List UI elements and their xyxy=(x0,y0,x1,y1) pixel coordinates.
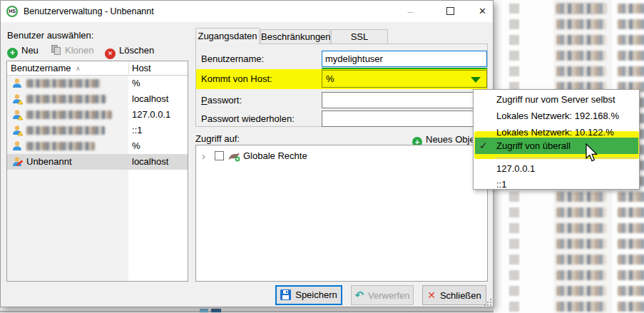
user-warning-icon xyxy=(11,109,23,120)
dolphin-icon xyxy=(228,150,240,162)
access-label: Zugriff auf: xyxy=(195,133,240,144)
user-list: Benutzername ∧ Host % localhost 127.0.0.… xyxy=(6,61,188,282)
background-row xyxy=(494,222,644,235)
close-window-button[interactable]: ✕ xyxy=(466,1,499,22)
menu-item-server-only[interactable]: Zugriff nur vom Server selbst xyxy=(474,91,639,108)
background-chip xyxy=(211,309,221,312)
close-button[interactable]: ✕Schließen xyxy=(422,285,486,305)
background-row xyxy=(494,191,644,204)
background-row xyxy=(494,285,644,298)
column-divider[interactable] xyxy=(128,63,129,74)
select-user-label: Benutzer auswählen: xyxy=(7,30,93,41)
menu-item-everywhere[interactable]: Zugriff von überall xyxy=(474,138,639,154)
delete-user-button[interactable]: ✕Löschen xyxy=(105,43,154,58)
privileges-tree: › Globale Rechte xyxy=(195,145,488,282)
tab-zugangsdaten[interactable]: Zugangsdaten xyxy=(195,28,260,44)
user-host: 127.0.0.1 xyxy=(132,107,170,123)
clone-icon xyxy=(51,45,61,56)
user-host: % xyxy=(132,76,140,91)
user-host: localhost xyxy=(132,91,168,107)
password-repeat-label: Passwort wiederholen: xyxy=(201,113,295,124)
user-host: % xyxy=(132,138,140,154)
blurred-username xyxy=(26,95,106,103)
sort-ascending-icon: ∧ xyxy=(76,61,81,76)
menu-item-ipv6[interactable]: ::1 xyxy=(474,176,639,193)
password-input[interactable] xyxy=(322,92,487,108)
blurred-username xyxy=(26,126,105,135)
tab-beschraenkungen[interactable]: Beschränkungen xyxy=(260,29,330,43)
menu-item-local-192[interactable]: Lokales Netzwerk: 192.168.% xyxy=(474,108,639,124)
tree-item-global-privileges[interactable]: › Globale Rechte xyxy=(196,148,487,164)
background-row xyxy=(494,34,644,47)
save-button[interactable]: Speichern xyxy=(275,285,342,305)
background-row xyxy=(494,19,644,31)
blurred-username xyxy=(26,111,112,119)
background-row xyxy=(494,66,644,78)
undo-icon: ↶ xyxy=(354,289,364,301)
heidisql-app-icon: HS xyxy=(6,6,18,17)
column-header-username[interactable]: Benutzername xyxy=(11,61,71,76)
username-input[interactable] xyxy=(322,51,487,67)
check-icon: ✓ xyxy=(479,138,494,154)
user-row[interactable]: 127.0.0.1 xyxy=(7,107,188,123)
titlebar[interactable]: HS Benutzerverwaltung - Unbenannt – ✕ xyxy=(1,1,493,22)
user-editing-icon xyxy=(11,156,23,168)
password-repeat-input[interactable] xyxy=(322,111,487,127)
user-list-header[interactable]: Benutzername ∧ Host xyxy=(7,61,188,76)
user-warning-icon xyxy=(11,93,23,105)
background-row xyxy=(494,301,644,313)
username-label: Benutzername: xyxy=(201,53,264,64)
minimize-button[interactable]: – xyxy=(394,1,426,22)
menu-item-127[interactable]: 127.0.0.1 xyxy=(474,160,639,177)
background-row xyxy=(494,3,644,16)
plus-icon: + xyxy=(7,48,18,58)
clone-user-button[interactable]: Klonen xyxy=(51,43,93,58)
user-icon xyxy=(11,140,23,152)
background-row xyxy=(494,270,644,282)
host-label: Kommt von Host: xyxy=(201,73,272,84)
user-row[interactable]: ::1 xyxy=(7,123,188,138)
password-label: Passwort: xyxy=(201,95,242,106)
host-dropdown-menu: ✓ Zugriff nur vom Server selbst Lokales … xyxy=(473,89,640,190)
user-warning-icon xyxy=(11,125,23,136)
tree-item-label: Globale Rechte xyxy=(243,148,307,164)
user-host: ::1 xyxy=(132,123,142,138)
blurred-username xyxy=(26,142,95,150)
save-icon xyxy=(280,289,291,300)
host-combo-focus-line xyxy=(322,68,487,69)
tree-checkbox[interactable] xyxy=(215,151,224,160)
host-combobox[interactable]: % xyxy=(322,70,487,88)
background-row xyxy=(494,50,644,63)
background-row xyxy=(494,207,644,220)
screen: HS Benutzerverwaltung - Unbenannt – ✕ Be… xyxy=(0,0,644,313)
resize-grip[interactable] xyxy=(481,297,491,306)
discard-button[interactable]: ↶Verwerfen xyxy=(351,285,414,305)
user-manager-dialog: HS Benutzerverwaltung - Unbenannt – ✕ Be… xyxy=(0,0,494,307)
user-row-selected[interactable]: Unbenannt localhost xyxy=(7,154,188,170)
background-row xyxy=(494,238,644,251)
user-host: localhost xyxy=(132,154,168,170)
blurred-username xyxy=(26,79,101,88)
background-bottom-strip xyxy=(0,307,494,313)
user-icon xyxy=(11,78,23,89)
maximize-icon xyxy=(446,7,454,15)
background-row xyxy=(494,254,644,267)
new-user-button[interactable]: +Neu xyxy=(7,43,39,58)
user-row[interactable]: % xyxy=(7,76,188,91)
user-row[interactable]: localhost xyxy=(7,91,188,107)
expander-icon[interactable]: › xyxy=(202,148,205,164)
menu-separator xyxy=(495,158,636,158)
window-title: Benutzerverwaltung - Unbenannt xyxy=(24,1,154,22)
tab-ssl-optionen[interactable]: SSL Optionen xyxy=(331,29,388,43)
column-header-host[interactable]: Host xyxy=(132,61,151,76)
close-x-icon: ✕ xyxy=(427,289,436,301)
maximize-button[interactable] xyxy=(434,1,466,22)
user-name: Unbenannt xyxy=(26,154,72,170)
dropdown-arrow-icon[interactable] xyxy=(471,77,481,83)
background-chip xyxy=(200,309,208,312)
delete-icon: ✕ xyxy=(105,48,116,59)
user-row[interactable]: % xyxy=(7,138,188,154)
mouse-cursor xyxy=(585,143,599,163)
host-combobox-value: % xyxy=(326,73,334,84)
